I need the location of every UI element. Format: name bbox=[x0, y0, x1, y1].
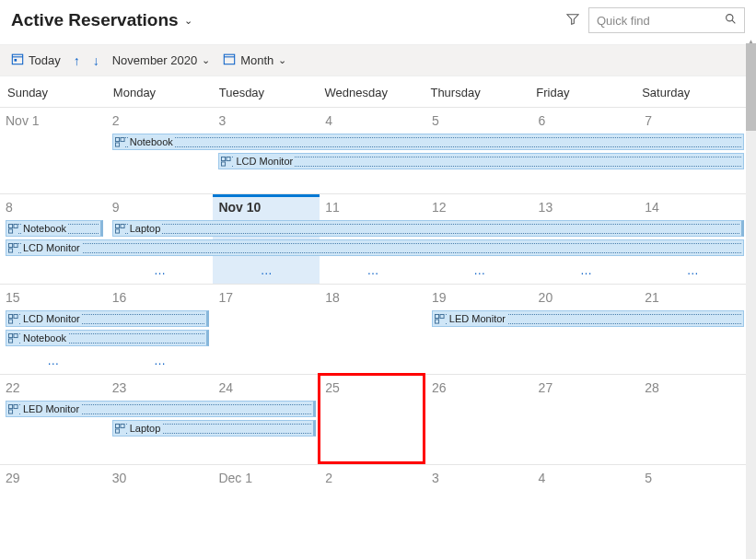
view-title: Active Reservations bbox=[11, 10, 179, 30]
date-cell[interactable]: 4 bbox=[320, 108, 426, 128]
scrollbar[interactable]: ▲ bbox=[746, 43, 756, 559]
reservation-event[interactable]: LCD Monitor bbox=[218, 153, 744, 169]
date-cell[interactable]: 17 bbox=[213, 285, 320, 305]
svg-rect-17 bbox=[121, 224, 124, 227]
date-cell[interactable]: 19 bbox=[426, 285, 533, 305]
event-label: LCD Monitor bbox=[234, 156, 295, 167]
day-header: Thursday bbox=[428, 86, 534, 99]
chevron-down-icon: ⌄ bbox=[202, 54, 210, 66]
date-cell[interactable]: 5 bbox=[426, 108, 533, 128]
date-cell[interactable]: 12 bbox=[426, 194, 533, 215]
more-indicator[interactable]: … bbox=[107, 354, 214, 367]
svg-rect-13 bbox=[8, 224, 12, 227]
date-cell[interactable]: 21 bbox=[639, 285, 746, 305]
date-cell[interactable]: 20 bbox=[533, 285, 640, 305]
svg-rect-19 bbox=[8, 243, 12, 247]
reservation-event[interactable]: Notebook bbox=[112, 134, 744, 150]
svg-rect-32 bbox=[14, 404, 17, 408]
date-cell[interactable]: 3 bbox=[213, 108, 320, 128]
date-cell[interactable]: 11 bbox=[320, 194, 426, 215]
chevron-down-icon: ⌄ bbox=[278, 54, 286, 66]
more-indicator[interactable]: … bbox=[107, 263, 214, 277]
header: Active Reservations ⌄ bbox=[0, 0, 756, 44]
date-cell[interactable]: 2 bbox=[107, 108, 214, 128]
date-cell[interactable]: Nov 1 bbox=[0, 108, 107, 128]
search-icon[interactable] bbox=[725, 13, 737, 28]
view-label: Month bbox=[240, 53, 273, 67]
today-button[interactable]: Today bbox=[11, 52, 61, 68]
search-input[interactable] bbox=[597, 14, 716, 28]
reservation-event[interactable]: LED Monitor bbox=[6, 401, 316, 417]
reservation-event[interactable]: Laptop bbox=[112, 420, 316, 437]
more-indicator[interactable]: … bbox=[639, 263, 746, 277]
more-indicator[interactable]: … bbox=[533, 263, 640, 277]
prev-button[interactable]: ↑ bbox=[74, 53, 80, 68]
date-cell[interactable]: 22 bbox=[0, 375, 107, 395]
chevron-down-icon: ⌄ bbox=[184, 15, 192, 27]
grid-icon bbox=[115, 424, 125, 434]
event-label: Notebook bbox=[128, 136, 175, 147]
search-box[interactable] bbox=[588, 7, 745, 33]
svg-rect-21 bbox=[8, 248, 12, 251]
date-cell[interactable]: 14 bbox=[639, 194, 746, 215]
more-indicator[interactable]: … bbox=[426, 263, 533, 277]
event-label: LED Monitor bbox=[448, 313, 507, 324]
date-cell[interactable]: 29 bbox=[0, 465, 107, 485]
date-cell[interactable]: 24 bbox=[213, 375, 320, 395]
filter-icon[interactable] bbox=[566, 13, 579, 29]
calendar-week: 22232425262728LED MonitorLaptop bbox=[0, 374, 746, 464]
svg-rect-11 bbox=[227, 157, 230, 160]
date-cell[interactable]: Nov 10 bbox=[213, 194, 320, 215]
date-cell[interactable]: 23 bbox=[107, 375, 214, 395]
reservation-event[interactable]: Notebook bbox=[6, 220, 103, 237]
event-label: Laptop bbox=[128, 423, 163, 434]
grid-icon bbox=[8, 333, 18, 344]
scroll-thumb[interactable] bbox=[746, 43, 756, 131]
more-indicator[interactable]: … bbox=[0, 354, 107, 367]
next-button[interactable]: ↓ bbox=[93, 53, 99, 68]
reservation-event[interactable]: LCD Monitor bbox=[6, 310, 209, 327]
svg-rect-24 bbox=[8, 319, 12, 322]
date-cell[interactable]: 27 bbox=[533, 375, 640, 395]
grid-icon bbox=[8, 314, 18, 324]
reservation-event[interactable]: Laptop bbox=[112, 220, 744, 237]
date-cell[interactable]: 15 bbox=[0, 285, 107, 305]
calendar-toolbar: Today ↑ ↓ November 2020 ⌄ Month ⌄ bbox=[0, 44, 756, 76]
reservation-event[interactable]: LCD Monitor bbox=[6, 239, 744, 256]
calendar-weeks: Nov 1234567NotebookLCD Monitor89Nov 1011… bbox=[0, 107, 746, 538]
date-cell[interactable]: 25 bbox=[320, 375, 426, 395]
grid-icon bbox=[8, 243, 18, 253]
date-cell[interactable]: 4 bbox=[533, 465, 640, 485]
date-cell[interactable]: 18 bbox=[320, 285, 426, 305]
date-cell[interactable]: 7 bbox=[639, 108, 746, 128]
date-cell[interactable]: 9 bbox=[107, 194, 214, 215]
more-indicator[interactable]: … bbox=[213, 263, 320, 277]
date-cell[interactable]: 6 bbox=[533, 108, 640, 128]
date-cell[interactable]: 8 bbox=[0, 194, 107, 215]
date-cell[interactable]: 28 bbox=[639, 375, 746, 395]
svg-rect-29 bbox=[14, 333, 17, 337]
svg-rect-7 bbox=[115, 137, 119, 141]
date-cell[interactable]: 5 bbox=[639, 465, 746, 485]
view-picker[interactable]: Month ⌄ bbox=[223, 52, 286, 68]
reservation-event[interactable]: LED Monitor bbox=[432, 310, 744, 327]
day-header: Wednesday bbox=[323, 86, 429, 99]
date-cell[interactable]: Dec 1 bbox=[213, 465, 320, 485]
date-cell[interactable]: 30 bbox=[107, 465, 214, 485]
calendar: SundayMondayTuesdayWednesdayThursdayFrid… bbox=[0, 76, 746, 538]
date-cell[interactable]: 3 bbox=[426, 465, 533, 485]
date-cell[interactable]: 16 bbox=[107, 285, 214, 305]
header-actions bbox=[566, 7, 745, 33]
view-selector[interactable]: Active Reservations ⌄ bbox=[11, 10, 192, 30]
more-indicator[interactable]: … bbox=[320, 263, 426, 277]
date-cell[interactable]: 13 bbox=[533, 194, 640, 215]
month-picker[interactable]: November 2020 ⌄ bbox=[112, 53, 211, 67]
svg-rect-31 bbox=[8, 404, 12, 408]
svg-point-0 bbox=[727, 15, 733, 21]
date-cell[interactable]: 2 bbox=[320, 465, 426, 485]
reservation-event[interactable]: Notebook bbox=[6, 330, 209, 346]
svg-rect-33 bbox=[8, 409, 12, 413]
today-label: Today bbox=[29, 53, 61, 67]
svg-rect-8 bbox=[121, 137, 124, 141]
date-cell[interactable]: 26 bbox=[426, 375, 533, 395]
